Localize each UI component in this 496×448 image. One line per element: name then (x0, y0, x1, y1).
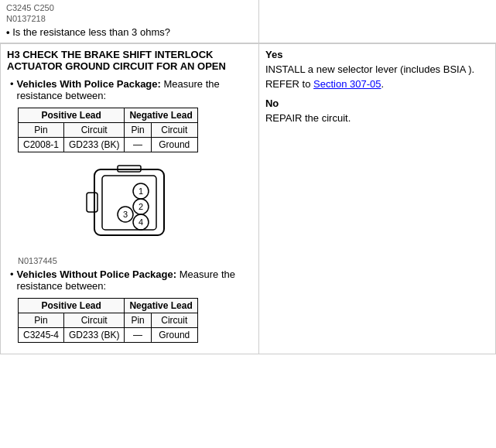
part-numbers: C3245 C250 (6, 3, 252, 12)
yes-refer-suffix: . (381, 78, 385, 90)
yes-label-text: Yes (265, 49, 282, 60)
top-left-panel: C3245 C250 N0137218 • Is the resistance … (0, 0, 259, 43)
svg-rect-0 (94, 169, 164, 235)
table1-sub-pin1: Pin (19, 123, 64, 138)
table2-r1-pin2: — (125, 328, 151, 343)
table1-r1-pin2: — (125, 138, 151, 152)
yes-block: Yes INSTALL a new selector lever (includ… (265, 49, 489, 90)
table2: Positive Lead Negative Lead Pin Circuit … (18, 298, 198, 343)
top-right-panel (259, 0, 496, 43)
table2-row1: C3245-4 GD233 (BK) — Ground (19, 328, 198, 343)
bullet2: • Vehicles Without Police Package: Measu… (10, 268, 252, 292)
table1-r1-circuit2: Ground (151, 138, 197, 152)
table2-negative-header: Negative Lead (125, 299, 197, 313)
table1-row1: C2008-1 GD233 (BK) — Ground (19, 138, 198, 152)
svg-text:1: 1 (139, 186, 143, 196)
table1-positive-header: Positive Lead (19, 108, 125, 123)
svg-rect-11 (87, 193, 97, 212)
table1-r1-circuit1: GD233 (BK) (64, 138, 125, 152)
no-label-text: No (265, 97, 279, 109)
svg-text:2: 2 (139, 202, 143, 211)
svg-text:4: 4 (139, 217, 143, 227)
no-label: No (265, 97, 489, 109)
question-text: Is the resistance less than 3 ohms? (12, 26, 170, 38)
no-text: REPAIR the circuit. (265, 112, 489, 124)
table1-sub-pin2: Pin (125, 123, 151, 138)
top-image-id: N0137218 (6, 14, 252, 23)
table2-r1-circuit2: Ground (151, 328, 197, 343)
table1: Positive Lead Negative Lead Pin Circuit … (18, 108, 198, 152)
yes-refer-prefix: REFER to (265, 78, 313, 90)
no-block: No REPAIR the circuit. (265, 97, 489, 124)
top-question: • Is the resistance less than 3 ohms? (6, 26, 252, 38)
bullet2-bold: Vehicles Without Police Package: (17, 268, 177, 280)
question-bullet: • (6, 26, 12, 38)
connector-image: 1 2 3 4 (79, 162, 180, 247)
main-right-panel: Yes INSTALL a new selector lever (includ… (259, 44, 495, 354)
bullet1: • Vehicles With Police Package: Measure … (10, 78, 252, 101)
table2-sub-pin1: Pin (19, 313, 64, 328)
bullet1-bold: Vehicles With Police Package: (17, 78, 161, 90)
table2-r1-circuit1: GD233 (BK) (64, 328, 125, 343)
svg-text:3: 3 (123, 210, 128, 219)
table2-r1-pin1: C3245-4 (19, 328, 64, 343)
heading-line2: ACTUATOR GROUND CIRCUIT FOR AN OPEN (7, 60, 226, 72)
yes-line2: REFER to Section 307-05. (265, 78, 489, 90)
h3-heading: H3 CHECK THE BRAKE SHIFT INTERLOCK ACTUA… (7, 49, 252, 72)
table1-sub-circuit1: Circuit (64, 123, 125, 138)
heading-line1: H3 CHECK THE BRAKE SHIFT INTERLOCK (7, 49, 214, 60)
table1-negative-header: Negative Lead (125, 108, 197, 123)
bottom-image-id: N0137445 (18, 256, 252, 265)
yes-label: Yes (265, 49, 489, 60)
table2-positive-header: Positive Lead (19, 299, 125, 313)
table2-sub-circuit1: Circuit (64, 313, 125, 328)
table2-sub-pin2: Pin (125, 313, 151, 328)
yes-section-link[interactable]: Section 307-05 (313, 78, 381, 90)
yes-line1: INSTALL a new selector lever (includes B… (265, 63, 489, 75)
table1-r1-pin1: C2008-1 (19, 138, 64, 152)
table1-sub-circuit2: Circuit (151, 123, 197, 138)
table2-sub-circuit2: Circuit (151, 313, 197, 328)
main-left-panel: H3 CHECK THE BRAKE SHIFT INTERLOCK ACTUA… (1, 44, 259, 354)
